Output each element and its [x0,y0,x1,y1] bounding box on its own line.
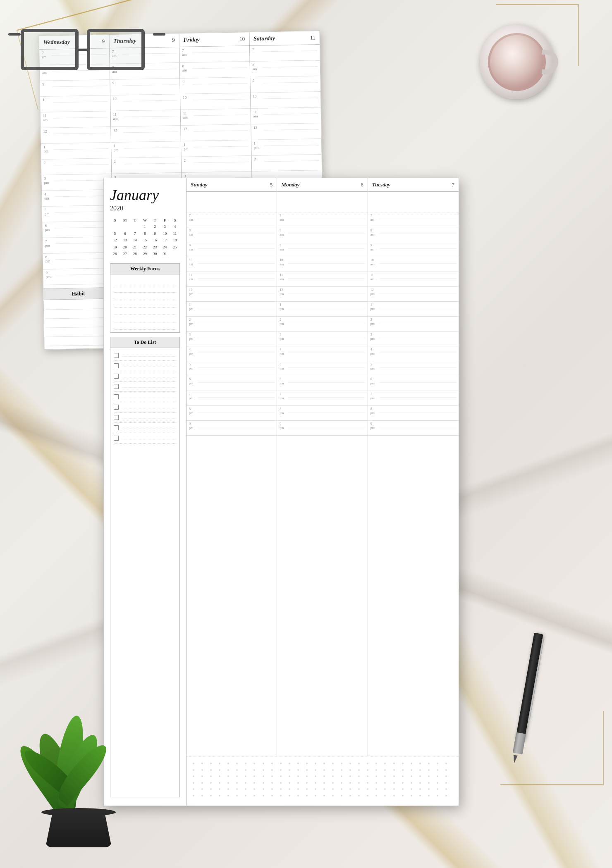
sunday-10am[interactable]: 10am [186,257,277,272]
monday-12pm[interactable]: 12pm [277,287,367,302]
dot [236,775,238,777]
time-slot-2pm-wed: 2 [41,158,111,175]
tuesday-7am[interactable]: 7am [368,212,459,227]
todo-item-9[interactable] [114,433,176,444]
todo-item-7[interactable] [114,413,176,423]
sunday-9am[interactable]: 9am [186,242,277,257]
todo-checkbox-9[interactable] [114,436,119,441]
habit-row [45,310,112,319]
todo-checkbox-7[interactable] [114,415,119,420]
thursday-num: 9 [172,37,175,43]
tuesday-11am[interactable]: 11am [368,272,459,287]
dot [323,763,325,764]
tuesday-12pm[interactable]: 12pm [368,287,459,302]
dot [219,775,220,777]
cal-day-t2: T [150,218,160,222]
dot [263,788,264,790]
sunday-8am[interactable]: 8am [186,227,277,242]
dot [271,763,273,764]
todo-item-6[interactable] [114,402,176,413]
tuesday-10am[interactable]: 10am [368,257,459,272]
monday-10am[interactable]: 10am [277,257,367,272]
monday-3pm[interactable]: 3pm [277,331,367,346]
todo-item-4[interactable] [114,382,176,392]
tuesday-9pm[interactable]: 9pm [368,421,459,436]
todo-checkbox-5[interactable] [114,394,119,399]
todo-item-8[interactable] [114,423,176,433]
monday-9am[interactable]: 9am [277,242,367,257]
mini-cal-grid: 1 2 3 4 5 6 7 8 9 10 11 12 13 14 15 16 1 [110,224,180,257]
todo-item-1[interactable] [114,351,176,361]
tuesday-6pm[interactable]: 6pm [368,376,459,391]
todo-checkbox-8[interactable] [114,425,119,430]
monday-11am[interactable]: 11am [277,272,367,287]
monday-2pm[interactable]: 2pm [277,317,367,331]
sunday-2pm[interactable]: 2pm [186,317,277,331]
tuesday-5pm[interactable]: 5pm [368,361,459,376]
sunday-6pm[interactable]: 6pm [186,376,277,391]
glasses-arm-right [153,33,165,36]
sunday-4pm[interactable]: 4pm [186,346,277,361]
tuesday-num: 7 [452,181,454,188]
tuesday-9am[interactable]: 9am [368,242,459,257]
time-slot-3pm-wed: 3pm [41,174,111,191]
todo-item-2[interactable] [114,361,176,371]
dot [393,775,395,777]
tuesday-3pm[interactable]: 3pm [368,331,459,346]
tuesday-2pm[interactable]: 2pm [368,317,459,331]
dot [428,763,430,764]
glasses-frame [8,21,165,87]
sunday-7am[interactable]: 7am [186,212,277,227]
todo-checkbox-2[interactable] [114,363,119,368]
todo-item-3[interactable] [114,371,176,382]
friday-num: 10 [239,36,245,42]
monday-5pm[interactable]: 5pm [277,361,367,376]
dot [367,763,368,764]
todo-item-5[interactable] [114,392,176,402]
sunday-name: Sunday [191,181,207,188]
sunday-1pm[interactable]: 1pm [186,302,277,317]
dot [219,763,220,764]
monday-9pm[interactable]: 9pm [277,421,367,436]
sunday-3pm[interactable]: 3pm [186,331,277,346]
weekly-focus-area[interactable] [110,274,179,332]
dot [445,763,447,764]
dot [341,769,342,771]
monday-7pm[interactable]: 7pm [277,391,367,406]
todo-checkbox-4[interactable] [114,384,119,389]
dot [437,769,438,771]
right-panel: Sunday 5 7am 8am 9am 10am 11am 12pm 1pm … [186,178,459,806]
monday-8pm[interactable]: 8pm [277,406,367,421]
tuesday-4pm[interactable]: 4pm [368,346,459,361]
monday-8am[interactable]: 8am [277,227,367,242]
todo-checkbox-6[interactable] [114,405,119,410]
monday-6pm[interactable]: 6pm [277,376,367,391]
tuesday-8pm[interactable]: 8pm [368,406,459,421]
planner-front-page: January 2020 S M T W T F S 1 [103,178,459,806]
monday-1pm[interactable]: 1pm [277,302,367,317]
year-label: 2020 [110,205,180,212]
dot [263,763,264,764]
dot [411,782,412,784]
month-title: January [110,186,180,204]
monday-7am[interactable]: 7am [277,212,367,227]
sunday-top-space[interactable] [186,192,277,212]
todo-checkbox-3[interactable] [114,374,119,379]
sunday-9pm[interactable]: 9pm [186,421,277,436]
sunday-12pm[interactable]: 12pm [186,287,277,302]
tuesday-top-space[interactable] [368,192,459,212]
dot [219,782,220,784]
todo-checkbox-1[interactable] [114,353,119,358]
tuesday-7pm[interactable]: 7pm [368,391,459,406]
dot [263,782,264,784]
sunday-7pm[interactable]: 7pm [186,391,277,406]
sunday-11am[interactable]: 11am [186,272,277,287]
dot [384,775,386,777]
monday-top-space[interactable] [277,192,367,212]
monday-4pm[interactable]: 4pm [277,346,367,361]
dot [349,795,351,796]
sunday-8pm[interactable]: 8pm [186,406,277,421]
sunday-5pm[interactable]: 5pm [186,361,277,376]
tuesday-8am[interactable]: 8am [368,227,459,242]
tuesday-1pm[interactable]: 1pm [368,302,459,317]
